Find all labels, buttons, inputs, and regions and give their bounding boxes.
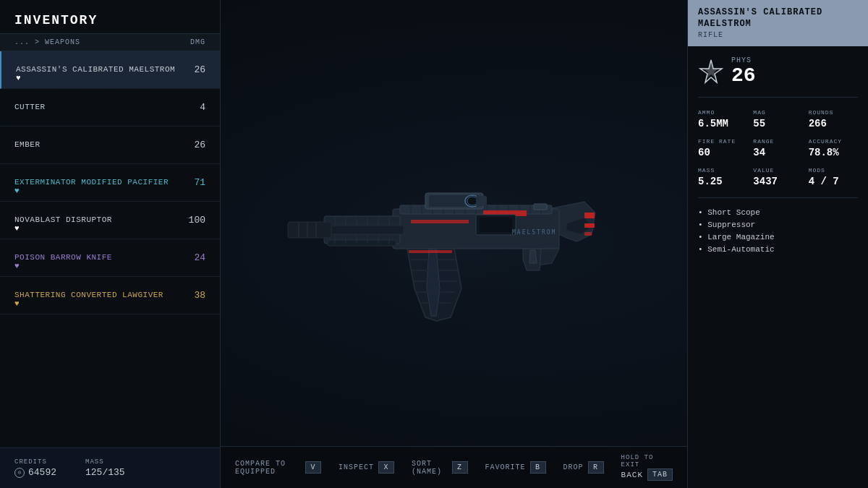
svg-text:MAELSTROM: MAELSTROM [512, 229, 556, 236]
stats-grid: AMMO 6.5MM MAG 55 ROUNDS 266 FIRE RATE 6… [698, 109, 858, 198]
weapon-list-item[interactable]: EMBER 26 [0, 127, 220, 164]
center-panel: MAELSTROM COMPARE TO EQUIPPED V INSPECT … [221, 0, 687, 488]
back-label: BACK [621, 471, 643, 479]
weapon-list-item[interactable]: EXTERMINATOR MODIFIED PACIFIER 71 ♥ [0, 164, 220, 202]
svg-point-27 [467, 197, 477, 205]
action-item: COMPARE TO EQUIPPED V [235, 460, 321, 476]
weapon-item-info: ASSASSIN'S CALIBRATED MAELSTROM [16, 64, 176, 75]
action-label: SORT (NAME) [412, 460, 448, 476]
stat-cell: FIRE RATE 60 [698, 138, 747, 158]
stat-value: 3437 [753, 176, 802, 187]
mass-stat: MASS 125/135 [85, 458, 125, 478]
back-section[interactable]: HOLD TO EXIT BACK TAB [621, 454, 673, 481]
svg-rect-37 [288, 222, 331, 238]
stat-label: ROUNDS [809, 109, 858, 116]
stat-label: MASS [698, 167, 747, 174]
mod-item: Large Magazine [698, 233, 858, 241]
mod-item: Semi-Automatic [698, 245, 858, 254]
weapon-image-area: MAELSTROM [221, 0, 687, 446]
stat-cell: RANGE 34 [753, 138, 802, 158]
mass-value: 125/135 [85, 467, 125, 478]
stat-cell: MAG 55 [753, 109, 802, 129]
action-label: INSPECT [339, 463, 374, 471]
weapon-item-name: CUTTER [14, 102, 176, 113]
stat-value: 34 [753, 147, 802, 158]
weapon-item-info: SHATTERING CONVERTED LAWGIVER [14, 290, 176, 301]
stat-value: 4 / 7 [809, 176, 858, 187]
weapon-list-item[interactable]: ASSASSIN'S CALIBRATED MAELSTROM 26 ♥ [0, 51, 220, 89]
svg-rect-2 [584, 223, 595, 228]
action-label: COMPARE TO EQUIPPED [235, 460, 301, 476]
favorite-icon: ♥ [16, 74, 21, 82]
item-detail-type: RIFLE [698, 31, 858, 39]
credits-label: CREDITS [14, 458, 56, 466]
weapon-display: MAELSTROM [266, 108, 642, 339]
damage-type-icon [698, 59, 724, 85]
weapon-item-name: POISON BARROW KNIFE [14, 252, 176, 263]
item-detail-name: ASSASSIN'S CALIBRATED MAELSTROM [698, 7, 858, 30]
main-container: INVENTORY ... > WEAPONS DMG ASSASSIN'S C… [0, 0, 868, 488]
weapon-item-info: CUTTER [14, 102, 176, 113]
mass-label: MASS [85, 458, 125, 466]
action-key[interactable]: R [588, 461, 604, 474]
weapon-item-dmg: 71 [176, 177, 205, 188]
weapon-item-info: NOVABLAST DISRUPTOR [14, 215, 176, 226]
right-panel: ASSASSIN'S CALIBRATED MAELSTROM RIFLE PH… [687, 0, 868, 488]
action-item: INSPECT X [339, 461, 394, 474]
stat-label: VALUE [753, 167, 802, 174]
dmg-header: DMG [190, 38, 205, 46]
stat-cell: MASS 5.25 [698, 167, 747, 187]
action-key[interactable]: X [378, 461, 394, 474]
svg-marker-51 [704, 63, 718, 78]
svg-rect-21 [411, 220, 469, 223]
action-bar: COMPARE TO EQUIPPED V INSPECT X SORT (NA… [221, 446, 687, 488]
svg-rect-41 [331, 226, 404, 234]
stat-cell: VALUE 3437 [753, 167, 802, 187]
back-main: BACK TAB [621, 468, 673, 481]
weapon-list-item[interactable]: POISON BARROW KNIFE 24 ♥ [0, 239, 220, 277]
credits-stat: CREDITS ⊙ 64592 [14, 458, 56, 478]
item-stats: PHYS 26 AMMO 6.5MM MAG 55 ROUNDS 266 FIR… [688, 46, 868, 488]
weapon-item-dmg: 38 [176, 290, 205, 301]
weapon-list-item[interactable]: CUTTER 4 [0, 89, 220, 127]
mods-list: Short ScopeSuppressorLarge MagazineSemi-… [698, 208, 858, 254]
stat-cell: ACCURACY 78.8% [809, 138, 858, 158]
weapon-item-name: EMBER [14, 140, 176, 150]
action-item: FAVORITE B [485, 461, 546, 474]
action-key[interactable]: Z [452, 461, 468, 474]
svg-rect-30 [328, 240, 396, 246]
stat-label: MAG [753, 109, 802, 116]
stat-value: 5.25 [698, 176, 747, 187]
svg-rect-23 [480, 218, 512, 232]
stat-value: 60 [698, 147, 747, 158]
stat-value: 78.8% [809, 147, 858, 158]
damage-info: PHYS 26 [731, 56, 756, 87]
back-key[interactable]: TAB [647, 468, 673, 481]
weapon-svg: MAELSTROM [266, 108, 642, 339]
favorite-icon: ♥ [14, 224, 20, 233]
weapon-item-info: POISON BARROW KNIFE [14, 252, 176, 263]
weapon-item-info: EMBER [14, 140, 176, 150]
item-header: ASSASSIN'S CALIBRATED MAELSTROM RIFLE [688, 0, 868, 46]
weapon-item-dmg: 24 [176, 252, 205, 263]
action-key[interactable]: B [530, 461, 546, 474]
action-key[interactable]: V [305, 461, 321, 474]
damage-value: 26 [731, 64, 756, 87]
stat-value: 55 [753, 118, 802, 129]
weapon-list-item[interactable]: NOVABLAST DISRUPTOR 100 ♥ [0, 202, 220, 239]
weapon-item-name: SHATTERING CONVERTED LAWGIVER [14, 290, 176, 301]
svg-rect-49 [534, 204, 547, 210]
stat-label: FIRE RATE [698, 138, 747, 145]
weapon-item-name: NOVABLAST DISRUPTOR [14, 215, 176, 226]
stat-value: 266 [809, 118, 858, 129]
svg-rect-28 [476, 196, 487, 206]
weapon-list-item[interactable]: SHATTERING CONVERTED LAWGIVER 38 ♥ [0, 277, 220, 314]
weapon-item-name: EXTERMINATOR MODIFIED PACIFIER [14, 177, 176, 188]
damage-type-label: PHYS [731, 56, 756, 64]
inventory-title: INVENTORY [0, 0, 220, 33]
svg-rect-3 [584, 232, 592, 236]
weapon-list: ASSASSIN'S CALIBRATED MAELSTROM 26 ♥ CUT… [0, 51, 220, 448]
weapon-item-dmg: 100 [176, 215, 205, 226]
weapon-item-dmg: 26 [176, 140, 205, 150]
back-hold-label: HOLD TO EXIT [621, 454, 673, 468]
